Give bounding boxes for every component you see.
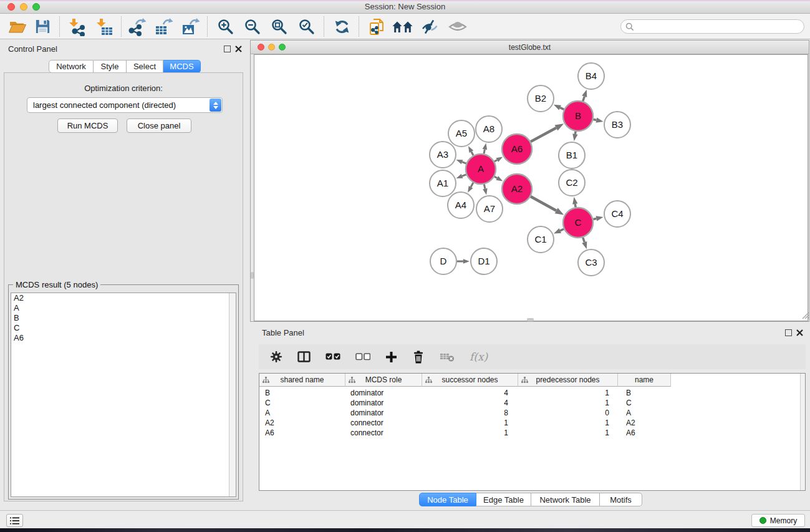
zoom-selected-icon	[298, 18, 315, 35]
search-input[interactable]	[634, 22, 790, 31]
delete-trash-icon[interactable]	[412, 351, 425, 364]
network-graph[interactable]: AA1A2A3A4A5A6A7A8BB1B2B3B4CC1C2C3C4DD1	[254, 55, 809, 321]
network-canvas[interactable]: AA1A2A3A4A5A6A7A8BB1B2B3B4CC1C2C3C4DD1	[254, 54, 808, 321]
tab-motifs[interactable]: Motifs	[600, 493, 642, 506]
add-column-plus-icon[interactable]	[385, 351, 397, 363]
graph-node-label: D	[440, 256, 447, 266]
graph-edge[interactable]	[471, 152, 473, 155]
column-header-shared-name[interactable]: shared name	[259, 374, 345, 387]
select-all-icon[interactable]	[325, 353, 340, 360]
graph-edge-arrowhead	[555, 208, 564, 215]
zoom-fit-button[interactable]	[268, 16, 290, 37]
save-session-button[interactable]	[31, 16, 54, 37]
table-cell: connector	[345, 418, 422, 427]
tab-mcds[interactable]: MCDS	[163, 60, 201, 73]
window-titlebar[interactable]: Session: New Session	[0, 0, 810, 14]
result-item[interactable]: A	[11, 303, 236, 313]
graph-edge[interactable]	[462, 162, 466, 163]
node-table[interactable]: shared nameMCDS rolesuccessor nodesprede…	[259, 373, 806, 491]
column-header-name[interactable]: name	[618, 374, 671, 387]
run-mcds-button[interactable]: Run MCDS	[57, 118, 118, 133]
mcds-result-list[interactable]: A2ABCA6	[11, 293, 236, 497]
graph-edge[interactable]	[494, 160, 497, 161]
memory-button[interactable]: Memory	[751, 514, 805, 527]
deselect-all-icon[interactable]	[355, 353, 370, 360]
graph-node-label: A6	[511, 143, 523, 154]
graph-edge[interactable]	[583, 238, 584, 243]
horizontal-scroll-nub[interactable]	[527, 318, 534, 321]
table-cell: 0	[518, 409, 618, 417]
graph-edge[interactable]	[575, 204, 576, 207]
graph-edge-arrowhead	[554, 228, 561, 234]
export-network-button[interactable]	[126, 16, 148, 37]
result-list-scrollbar[interactable]	[229, 293, 236, 496]
tab-select[interactable]: Select	[127, 60, 163, 73]
graph-edge[interactable]	[593, 119, 596, 120]
search-field[interactable]	[620, 19, 804, 34]
resize-grip-icon[interactable]	[800, 310, 809, 319]
table-row[interactable]: A6connector11A6	[259, 428, 805, 438]
graph-edge[interactable]	[531, 128, 556, 142]
table-panel-float-button[interactable]	[785, 329, 792, 336]
new-network-from-selection-button[interactable]	[365, 16, 388, 37]
table-scrollbar[interactable]	[800, 374, 805, 490]
apply-layout-button[interactable]	[330, 16, 353, 37]
result-item[interactable]: A2	[11, 293, 236, 303]
close-panel-button[interactable]: Close panel	[127, 118, 191, 133]
criterion-selected-value: largest connected component (directed)	[27, 100, 210, 110]
result-item[interactable]: A6	[11, 333, 236, 343]
table-panel-close-icon[interactable]	[796, 329, 803, 336]
column-header-successor-nodes[interactable]: successor nodes	[422, 374, 518, 387]
graph-edge[interactable]	[462, 175, 466, 176]
graph-edge[interactable]	[560, 108, 564, 110]
show-columns-icon[interactable]	[297, 351, 311, 362]
import-table-button[interactable]	[93, 16, 115, 37]
zoom-in-button[interactable]	[214, 16, 236, 37]
graph-edge[interactable]	[494, 177, 497, 178]
toggle-views-button[interactable]	[446, 16, 469, 37]
export-image-icon	[181, 17, 200, 36]
network-window-titlebar[interactable]: testGlobe.txt	[251, 41, 809, 54]
graph-edge[interactable]	[560, 229, 564, 231]
hide-graphics-details-button[interactable]	[418, 16, 441, 37]
open-session-button[interactable]	[6, 16, 29, 37]
memory-status-dot-icon	[759, 517, 766, 524]
tab-style[interactable]: Style	[94, 60, 127, 73]
criterion-dropdown[interactable]: largest connected component (directed)	[27, 97, 223, 113]
zoom-out-button[interactable]	[241, 16, 263, 37]
control-panel-float-button[interactable]	[224, 46, 231, 52]
graph-edge[interactable]	[471, 183, 473, 187]
table-cell: 1	[422, 428, 518, 437]
export-image-button[interactable]	[180, 16, 202, 37]
zoom-out-icon	[244, 18, 261, 35]
tab-edge-table[interactable]: Edge Table	[476, 493, 531, 506]
graph-node-label: C4	[611, 208, 623, 219]
table-row[interactable]: Cdominator41C	[259, 398, 805, 408]
first-neighbors-button[interactable]	[391, 16, 413, 37]
column-type-icon	[425, 377, 432, 384]
graph-edge[interactable]	[575, 132, 576, 134]
desktop-background-strip	[0, 528, 810, 532]
column-header-predecessor-nodes[interactable]: predecessor nodes	[518, 374, 618, 387]
column-header-MCDS-role[interactable]: MCDS role	[345, 374, 422, 387]
graph-edge[interactable]	[484, 150, 485, 154]
control-panel-close-icon[interactable]	[235, 46, 242, 52]
graph-edge[interactable]	[484, 184, 485, 188]
graph-edge[interactable]	[531, 196, 556, 211]
tab-network-table[interactable]: Network Table	[531, 493, 600, 506]
table-row[interactable]: A2connector11A2	[259, 418, 805, 428]
zoom-selected-button[interactable]	[295, 16, 317, 37]
graph-edge[interactable]	[593, 218, 596, 219]
task-history-button[interactable]	[6, 514, 23, 527]
result-item[interactable]: B	[11, 313, 236, 323]
vertical-scroll-nub[interactable]	[251, 272, 254, 279]
tab-node-table[interactable]: Node Table	[419, 493, 476, 506]
tab-network[interactable]: Network	[49, 60, 94, 73]
import-network-button[interactable]	[65, 16, 88, 37]
graph-edge[interactable]	[583, 97, 584, 102]
result-item[interactable]: C	[11, 323, 236, 333]
export-table-button[interactable]	[153, 16, 175, 37]
table-row[interactable]: Bdominator41B	[259, 388, 805, 398]
table-row[interactable]: Adominator80A	[259, 408, 805, 418]
table-settings-gear-icon[interactable]	[270, 351, 282, 363]
